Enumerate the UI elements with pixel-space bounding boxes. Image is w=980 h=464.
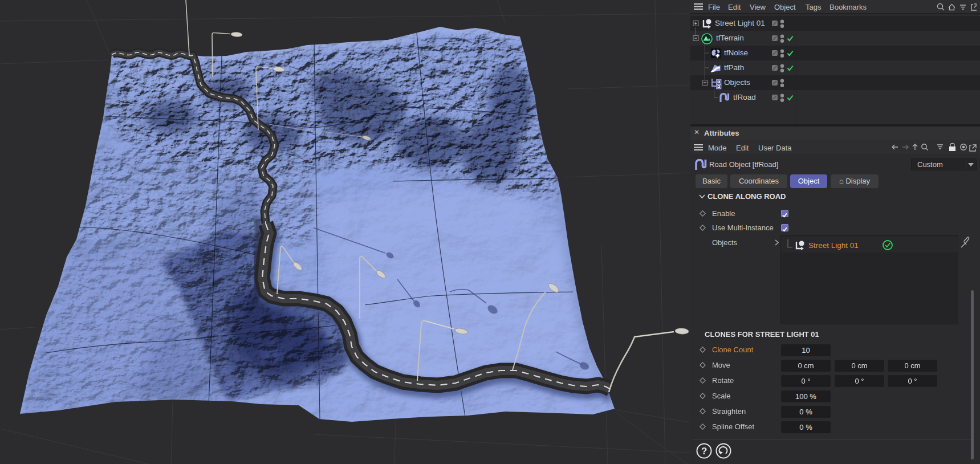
svg-text:?: ? xyxy=(701,446,707,457)
svg-text:tfTerrain: tfTerrain xyxy=(716,34,744,42)
svg-text:Objects: Objects xyxy=(724,78,750,87)
svg-text:tfRoad: tfRoad xyxy=(733,93,756,101)
svg-text:Street Light 01: Street Light 01 xyxy=(808,241,859,250)
svg-text:Street Light 01: Street Light 01 xyxy=(715,19,765,27)
svg-text:tfNoise: tfNoise xyxy=(724,48,748,57)
svg-text:tfPath: tfPath xyxy=(724,63,744,72)
